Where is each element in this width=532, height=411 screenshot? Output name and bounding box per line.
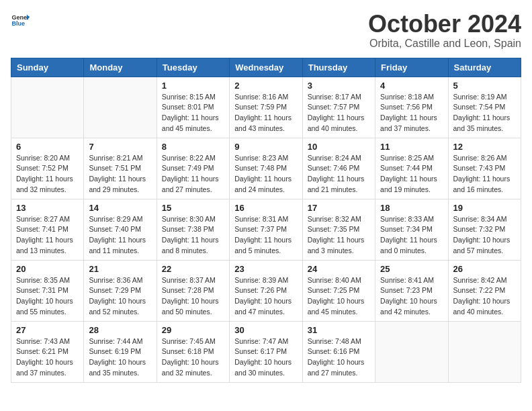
day-number: 26 <box>453 264 516 274</box>
logo: General Blue <box>11 11 30 30</box>
calendar-cell: 30Sunrise: 7:47 AMSunset: 6:17 PMDayligh… <box>230 321 302 382</box>
day-number: 2 <box>234 81 297 91</box>
day-number: 15 <box>162 203 224 213</box>
weekday-header-sunday: Sunday <box>11 58 84 77</box>
calendar-week-row: 27Sunrise: 7:43 AMSunset: 6:21 PMDayligh… <box>11 321 521 382</box>
day-info: Sunrise: 8:18 AMSunset: 7:56 PMDaylight:… <box>380 92 443 134</box>
page-header: General Blue October 2024 Orbita, Castil… <box>11 11 521 50</box>
day-info: Sunrise: 8:17 AMSunset: 7:57 PMDaylight:… <box>308 92 370 134</box>
day-number: 27 <box>16 325 79 335</box>
day-info: Sunrise: 8:32 AMSunset: 7:35 PMDaylight:… <box>308 214 370 257</box>
day-info: Sunrise: 7:43 AMSunset: 6:21 PMDaylight:… <box>16 336 79 379</box>
calendar-cell: 9Sunrise: 8:23 AMSunset: 7:48 PMDaylight… <box>230 138 302 199</box>
day-info: Sunrise: 7:48 AMSunset: 6:16 PMDaylight:… <box>308 336 370 379</box>
location-title: Orbita, Castille and Leon, Spain <box>368 38 521 50</box>
calendar-cell: 18Sunrise: 8:33 AMSunset: 7:34 PMDayligh… <box>375 199 448 260</box>
day-number: 20 <box>16 264 79 274</box>
day-info: Sunrise: 8:24 AMSunset: 7:46 PMDaylight:… <box>308 153 370 195</box>
day-info: Sunrise: 8:30 AMSunset: 7:38 PMDaylight:… <box>162 214 224 257</box>
day-number: 3 <box>308 81 370 91</box>
calendar-cell: 16Sunrise: 8:31 AMSunset: 7:37 PMDayligh… <box>230 199 302 260</box>
calendar-week-row: 13Sunrise: 8:27 AMSunset: 7:41 PMDayligh… <box>11 199 521 260</box>
day-number: 1 <box>162 81 224 91</box>
day-number: 21 <box>89 264 151 274</box>
calendar-cell <box>84 77 157 138</box>
day-number: 8 <box>162 142 224 152</box>
day-number: 22 <box>162 264 224 274</box>
weekday-header-monday: Monday <box>84 58 157 77</box>
calendar-cell: 12Sunrise: 8:26 AMSunset: 7:43 PMDayligh… <box>448 138 521 199</box>
calendar-cell: 7Sunrise: 8:21 AMSunset: 7:51 PMDaylight… <box>84 138 157 199</box>
calendar-cell: 8Sunrise: 8:22 AMSunset: 7:49 PMDaylight… <box>157 138 229 199</box>
day-number: 11 <box>380 142 443 152</box>
weekday-header-saturday: Saturday <box>448 58 521 77</box>
day-number: 19 <box>453 203 516 213</box>
calendar-cell: 4Sunrise: 8:18 AMSunset: 7:56 PMDaylight… <box>375 77 448 138</box>
calendar-cell: 2Sunrise: 8:16 AMSunset: 7:59 PMDaylight… <box>230 77 302 138</box>
calendar-cell: 15Sunrise: 8:30 AMSunset: 7:38 PMDayligh… <box>157 199 229 260</box>
calendar-cell: 31Sunrise: 7:48 AMSunset: 6:16 PMDayligh… <box>302 321 375 382</box>
calendar-week-row: 6Sunrise: 8:20 AMSunset: 7:52 PMDaylight… <box>11 138 521 199</box>
calendar-cell: 27Sunrise: 7:43 AMSunset: 6:21 PMDayligh… <box>11 321 84 382</box>
day-info: Sunrise: 8:21 AMSunset: 7:51 PMDaylight:… <box>89 153 151 195</box>
weekday-header-row: SundayMondayTuesdayWednesdayThursdayFrid… <box>11 58 521 77</box>
calendar-cell: 22Sunrise: 8:37 AMSunset: 7:28 PMDayligh… <box>157 260 229 321</box>
day-info: Sunrise: 8:16 AMSunset: 7:59 PMDaylight:… <box>234 92 297 134</box>
calendar-cell: 21Sunrise: 8:36 AMSunset: 7:29 PMDayligh… <box>84 260 157 321</box>
day-info: Sunrise: 8:42 AMSunset: 7:22 PMDaylight:… <box>453 275 516 318</box>
day-info: Sunrise: 8:34 AMSunset: 7:32 PMDaylight:… <box>453 214 516 257</box>
day-number: 23 <box>234 264 297 274</box>
day-number: 17 <box>308 203 370 213</box>
day-info: Sunrise: 7:47 AMSunset: 6:17 PMDaylight:… <box>234 336 297 379</box>
day-info: Sunrise: 8:27 AMSunset: 7:41 PMDaylight:… <box>16 214 79 257</box>
calendar-cell <box>448 321 521 382</box>
day-number: 13 <box>16 203 79 213</box>
calendar-cell: 29Sunrise: 7:45 AMSunset: 6:18 PMDayligh… <box>157 321 229 382</box>
calendar-cell: 5Sunrise: 8:19 AMSunset: 7:54 PMDaylight… <box>448 77 521 138</box>
calendar-cell: 26Sunrise: 8:42 AMSunset: 7:22 PMDayligh… <box>448 260 521 321</box>
weekday-header-tuesday: Tuesday <box>157 58 229 77</box>
day-info: Sunrise: 8:35 AMSunset: 7:31 PMDaylight:… <box>16 275 79 318</box>
day-info: Sunrise: 8:22 AMSunset: 7:49 PMDaylight:… <box>162 153 224 195</box>
day-info: Sunrise: 8:23 AMSunset: 7:48 PMDaylight:… <box>234 153 297 195</box>
day-number: 30 <box>234 325 297 335</box>
day-number: 12 <box>453 142 516 152</box>
day-number: 7 <box>89 142 151 152</box>
day-info: Sunrise: 8:37 AMSunset: 7:28 PMDaylight:… <box>162 275 224 318</box>
calendar-cell <box>375 321 448 382</box>
calendar-cell: 14Sunrise: 8:29 AMSunset: 7:40 PMDayligh… <box>84 199 157 260</box>
calendar-cell: 20Sunrise: 8:35 AMSunset: 7:31 PMDayligh… <box>11 260 84 321</box>
day-number: 6 <box>16 142 79 152</box>
calendar-cell: 19Sunrise: 8:34 AMSunset: 7:32 PMDayligh… <box>448 199 521 260</box>
day-info: Sunrise: 8:31 AMSunset: 7:37 PMDaylight:… <box>234 214 297 257</box>
logo-icon: General Blue <box>11 11 30 30</box>
day-info: Sunrise: 8:36 AMSunset: 7:29 PMDaylight:… <box>89 275 151 318</box>
day-number: 18 <box>380 203 443 213</box>
day-info: Sunrise: 8:26 AMSunset: 7:43 PMDaylight:… <box>453 153 516 195</box>
day-info: Sunrise: 8:19 AMSunset: 7:54 PMDaylight:… <box>453 92 516 134</box>
day-number: 28 <box>89 325 151 335</box>
weekday-header-friday: Friday <box>375 58 448 77</box>
day-info: Sunrise: 8:39 AMSunset: 7:26 PMDaylight:… <box>234 275 297 318</box>
day-info: Sunrise: 7:44 AMSunset: 6:19 PMDaylight:… <box>89 336 151 379</box>
calendar-cell: 13Sunrise: 8:27 AMSunset: 7:41 PMDayligh… <box>11 199 84 260</box>
calendar-cell: 17Sunrise: 8:32 AMSunset: 7:35 PMDayligh… <box>302 199 375 260</box>
day-number: 16 <box>234 203 297 213</box>
day-info: Sunrise: 8:29 AMSunset: 7:40 PMDaylight:… <box>89 214 151 257</box>
calendar-table: SundayMondayTuesdayWednesdayThursdayFrid… <box>11 58 521 383</box>
day-info: Sunrise: 8:33 AMSunset: 7:34 PMDaylight:… <box>380 214 443 257</box>
calendar-week-row: 20Sunrise: 8:35 AMSunset: 7:31 PMDayligh… <box>11 260 521 321</box>
day-number: 14 <box>89 203 151 213</box>
day-info: Sunrise: 8:40 AMSunset: 7:25 PMDaylight:… <box>308 275 370 318</box>
day-info: Sunrise: 7:45 AMSunset: 6:18 PMDaylight:… <box>162 336 224 379</box>
day-info: Sunrise: 8:41 AMSunset: 7:23 PMDaylight:… <box>380 275 443 318</box>
calendar-week-row: 1Sunrise: 8:15 AMSunset: 8:01 PMDaylight… <box>11 77 521 138</box>
day-number: 4 <box>380 81 443 91</box>
weekday-header-wednesday: Wednesday <box>230 58 302 77</box>
calendar-cell: 25Sunrise: 8:41 AMSunset: 7:23 PMDayligh… <box>375 260 448 321</box>
calendar-cell <box>11 77 84 138</box>
calendar-cell: 28Sunrise: 7:44 AMSunset: 6:19 PMDayligh… <box>84 321 157 382</box>
day-number: 5 <box>453 81 516 91</box>
calendar-cell: 10Sunrise: 8:24 AMSunset: 7:46 PMDayligh… <box>302 138 375 199</box>
month-title: October 2024 <box>368 11 521 38</box>
